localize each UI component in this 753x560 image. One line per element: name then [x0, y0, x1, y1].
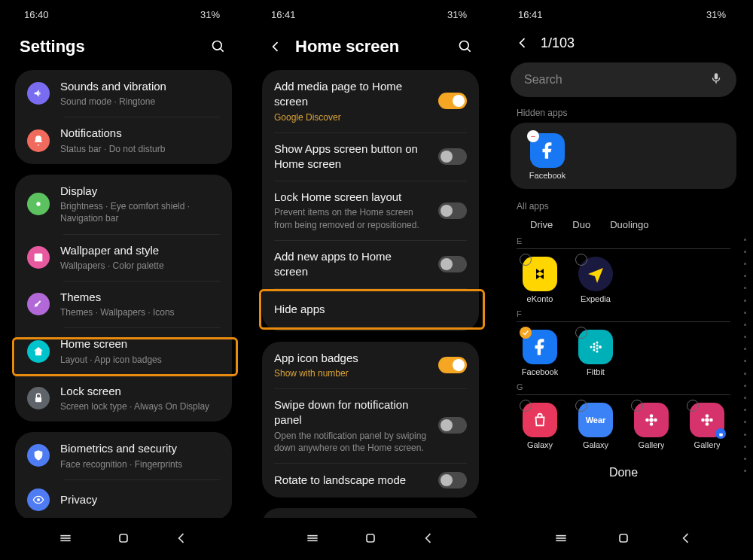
- app-fitbit[interactable]: Fitbit: [571, 330, 620, 376]
- nav-recents[interactable]: [57, 530, 74, 546]
- svg-point-34: [701, 418, 705, 422]
- select-badge[interactable]: [575, 254, 587, 266]
- item-app-icon-badges[interactable]: App icon badges Show with number: [262, 342, 479, 388]
- back-button[interactable]: [267, 38, 285, 56]
- item-swipe-notification[interactable]: Swipe down for notification panel Open t…: [262, 388, 479, 463]
- picture-icon: [27, 246, 50, 269]
- svg-point-11: [460, 41, 469, 50]
- select-badge[interactable]: [575, 327, 587, 339]
- nav-recents[interactable]: [553, 530, 569, 546]
- select-badge[interactable]: [687, 400, 699, 412]
- item-display[interactable]: Display Brightness · Eye comfort shield …: [15, 175, 232, 234]
- select-badge[interactable]: [520, 254, 532, 266]
- status-icons: 31%: [438, 9, 470, 20]
- select-badge[interactable]: [631, 400, 643, 412]
- svg-point-31: [705, 418, 709, 422]
- item-sounds[interactable]: Sounds and vibration Sound mode · Ringto…: [15, 70, 232, 117]
- nav-back[interactable]: [678, 530, 694, 546]
- app-gallery-secure[interactable]: Gallery: [682, 403, 732, 449]
- item-notifications[interactable]: Notifications Status bar · Do not distur…: [15, 117, 232, 163]
- item-wallpaper[interactable]: Wallpaper and style Wallpapers · Color p…: [15, 234, 232, 281]
- item-home-screen[interactable]: Home screen Layout · App icon badges: [15, 327, 232, 374]
- nav-home[interactable]: [615, 530, 632, 546]
- toggle-media-page[interactable]: [438, 93, 467, 109]
- nav-home[interactable]: [362, 530, 379, 546]
- svg-point-23: [596, 348, 599, 350]
- svg-line-12: [468, 49, 471, 52]
- tab-row: Drive Duo Duolingo: [500, 216, 747, 236]
- lock-icon: [27, 387, 50, 409]
- settings-list[interactable]: Sounds and vibration Sound mode · Ringto…: [6, 70, 241, 518]
- toggle-add-new[interactable]: [438, 256, 467, 272]
- toggle-swipe[interactable]: [438, 417, 467, 434]
- tab-drive[interactable]: Drive: [530, 219, 553, 230]
- back-button[interactable]: [514, 34, 532, 52]
- item-lock-screen[interactable]: Lock screen Screen lock type · Always On…: [15, 375, 232, 422]
- facebook-icon: −: [530, 133, 565, 168]
- hidden-app-facebook[interactable]: − Facebook: [523, 133, 572, 180]
- item-apps-button[interactable]: Show Apps screen button on Home screen: [262, 132, 479, 181]
- search-button[interactable]: [456, 38, 474, 56]
- svg-point-20: [593, 349, 596, 352]
- select-badge[interactable]: [520, 400, 532, 412]
- svg-point-4: [36, 254, 38, 257]
- nav-recents[interactable]: [304, 530, 321, 546]
- svg-point-18: [593, 343, 596, 345]
- item-biometrics[interactable]: Biometrics and security Face recognition…: [15, 432, 232, 479]
- sun-icon: [27, 193, 50, 215]
- app-ekonto[interactable]: eKonto: [515, 257, 565, 303]
- app-galaxy-store[interactable]: Galaxy: [515, 403, 565, 449]
- app-gallery[interactable]: Gallery: [626, 403, 676, 449]
- select-badge[interactable]: [575, 400, 587, 412]
- phone-3-hide-apps: 16:41 31% 1/103 Search Hidden apps − Fac…: [494, 0, 753, 560]
- home-icon: [27, 340, 50, 363]
- status-time: 16:41: [518, 9, 543, 20]
- nav-bar: [500, 518, 747, 560]
- nav-back[interactable]: [173, 530, 190, 546]
- search-button[interactable]: [209, 38, 227, 56]
- search-placeholder: Search: [524, 73, 562, 87]
- mic-button[interactable]: [709, 72, 723, 88]
- item-rotate[interactable]: Rotate to landscape mode: [262, 463, 479, 498]
- nav-home[interactable]: [115, 530, 132, 546]
- nav-bar: [253, 518, 488, 560]
- item-about[interactable]: About Home screen: [262, 508, 479, 518]
- app-facebook[interactable]: Facebook: [515, 330, 565, 376]
- remove-badge-icon[interactable]: −: [527, 130, 539, 142]
- svg-point-27: [650, 414, 654, 418]
- status-time: 16:40: [24, 9, 49, 20]
- nav-back[interactable]: [420, 530, 437, 546]
- toggle-badges[interactable]: [438, 357, 467, 373]
- svg-point-32: [706, 414, 709, 418]
- toggle-rotate[interactable]: [438, 472, 467, 488]
- tab-duolingo[interactable]: Duolingo: [610, 219, 648, 230]
- mic-icon: [709, 72, 723, 85]
- phone-2-home-screen-settings: 16:41 31% Home screen Add media page to …: [247, 0, 494, 560]
- item-media-page[interactable]: Add media page to Home screen Google Dis…: [262, 70, 479, 132]
- page-title: Settings: [20, 37, 199, 56]
- svg-point-19: [593, 346, 596, 348]
- item-lock-layout[interactable]: Lock Home screen layout Prevent items on…: [262, 181, 479, 240]
- home-screen-list[interactable]: Add media page to Home screen Google Dis…: [253, 70, 488, 518]
- app-galaxy-wearable[interactable]: Wear Galaxy: [571, 403, 620, 449]
- item-hide-apps[interactable]: Hide apps: [262, 288, 479, 330]
- svg-rect-5: [35, 397, 41, 403]
- alphabet-scroll-index[interactable]: [741, 233, 748, 477]
- done-button[interactable]: Done: [500, 455, 747, 484]
- tab-duo[interactable]: Duo: [572, 219, 590, 230]
- status-bar: 16:41 31%: [253, 0, 488, 26]
- grid-e: eKonto Expedia: [500, 252, 747, 309]
- app-expedia[interactable]: Expedia: [571, 257, 620, 303]
- search-input[interactable]: Search: [511, 62, 736, 97]
- svg-point-35: [709, 418, 713, 422]
- status-icons: 31%: [191, 9, 223, 20]
- toggle-apps-button[interactable]: [438, 148, 467, 165]
- toggle-lock-layout[interactable]: [438, 202, 467, 219]
- search-icon: [458, 39, 473, 54]
- svg-line-1: [221, 49, 224, 52]
- item-add-new-apps[interactable]: Add new apps to Home screen: [262, 240, 479, 289]
- item-themes[interactable]: Themes Themes · Wallpapers · Icons: [15, 281, 232, 327]
- galaxy-store-icon: [523, 403, 557, 437]
- item-privacy[interactable]: Privacy: [15, 479, 232, 518]
- selected-badge-icon[interactable]: [520, 327, 532, 339]
